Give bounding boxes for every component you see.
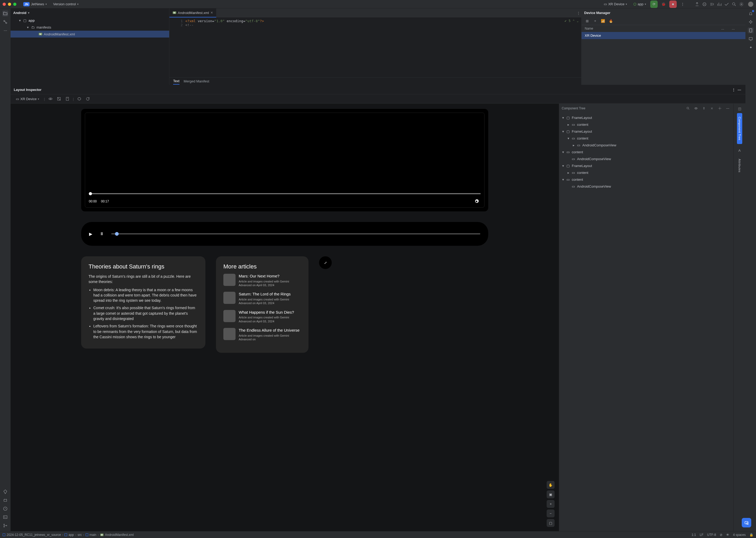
editor-tab-more-button[interactable]: ⋮ [575,10,581,16]
component-tree-row[interactable]: ▸▭content [559,169,733,176]
article-item[interactable]: What Happens if the Sun Dies?Article and… [223,310,301,323]
article-item[interactable]: Mars: Our Next Home?Article and images c… [223,274,301,287]
pan-mode-button[interactable]: ✋ [547,481,554,489]
ct-search-button[interactable] [685,105,691,111]
gemini-button[interactable] [748,19,754,25]
component-tree-row[interactable]: ▭AndroidComposeView [559,155,733,162]
status-encoding[interactable]: UTF-8 [707,533,716,537]
ct-settings-button[interactable] [717,105,723,111]
zoom-window-button[interactable] [13,3,16,6]
component-tree-row[interactable]: ▾▭content [559,135,733,142]
inspector-minimize-button[interactable]: — [736,87,742,92]
inspector-canvas[interactable]: 00:00 00:17 ▶ ⏸ [11,104,559,531]
profiler-button[interactable] [716,1,722,7]
inspector-3d-button[interactable] [76,96,82,102]
component-tree-row[interactable]: ▾▭content [559,148,733,155]
component-tree-row[interactable]: ▸▭content [559,121,733,128]
running-devices-button[interactable] [748,36,754,42]
device-manager-button[interactable] [748,27,754,33]
run-config-selector[interactable]: ⬡ app ▾ [631,1,648,7]
side-tab-component-tree[interactable]: Component Tree [737,113,742,144]
ct-minimize-button[interactable]: — [725,105,730,111]
status-line-sep[interactable]: LF [700,533,703,537]
article-item[interactable]: The Endless Allure of the UniverseArticl… [223,328,301,341]
status-indent[interactable]: 4 spaces [733,533,746,537]
zoom-in-button[interactable]: ＋ [547,500,554,508]
breadcrumb-item[interactable]: 2024-12-05_RC11_jetnews_xr_source [7,533,61,537]
ct-collapse-button[interactable]: ⤫ [709,105,715,111]
breadcrumbs[interactable]: 2024-12-05_RC11_jetnews_xr_source› app› … [3,533,134,537]
component-tree-row[interactable]: ▭AndroidComposeView [559,183,733,190]
inspector-options-button[interactable]: ⋮ [730,87,736,92]
inspector-export-button[interactable] [65,96,70,102]
article-item[interactable]: Saturn: The Lord of the RingsArticle and… [223,292,301,305]
pause-button[interactable]: ⏸ [100,232,104,236]
account-avatar[interactable] [748,2,753,7]
project-selector[interactable]: JN JetNews ▾ [21,1,49,7]
audio-seek-bar[interactable] [111,233,480,235]
ct-expand-button[interactable]: ⇕ [701,105,707,111]
inspector-live-button[interactable] [48,96,53,102]
minimize-window-button[interactable] [8,3,11,6]
terminal-tool-button[interactable] [2,514,8,520]
component-tree-row[interactable]: ▸▭AndroidComposeView [559,142,733,148]
device-row[interactable]: XR Device [582,32,745,39]
inspector-device-selector[interactable]: ▭ XR Device ▾ [14,96,41,102]
restart-button[interactable]: ⟳ [650,1,658,8]
device-add-button[interactable]: ＋ [592,18,598,24]
settings-button[interactable] [738,1,744,7]
problems-tool-button[interactable] [2,506,8,511]
debug-button[interactable]: 🐞 [660,1,667,8]
status-readonly-icon[interactable]: ⊘ [720,533,723,537]
close-icon[interactable]: ✕ [210,11,213,15]
zoom-out-button[interactable]: − [547,510,554,517]
sync-button[interactable] [709,1,715,7]
video-settings-button[interactable] [474,199,479,204]
vcs-tool-button[interactable] [2,523,8,528]
breadcrumb-item[interactable]: AndroidManifest.xml [105,533,134,537]
project-view-mode[interactable]: Android [13,11,27,15]
close-window-button[interactable] [3,3,6,6]
ask-gemini-fab[interactable] [742,518,751,527]
search-button[interactable] [731,1,737,7]
breadcrumb-item[interactable]: src [78,533,82,537]
video-seek-bar[interactable] [89,193,481,194]
tree-node-app[interactable]: ▾ ▢ app [11,17,169,24]
breadcrumb-item[interactable]: main [89,533,96,537]
chevron-up-icon[interactable]: ⌃ [573,19,575,23]
stop-button[interactable]: ■ [669,1,677,8]
status-caret-pos[interactable]: 1:1 [691,533,696,537]
device-wifi-button[interactable]: 📶 [600,18,606,24]
component-tree-row[interactable]: ▾▭content [559,176,733,183]
inspector-snapshot-button[interactable] [56,96,62,102]
inspector-refresh-button[interactable] [85,96,91,102]
project-tool-button[interactable] [2,11,8,16]
more-actions-button[interactable]: ⋮ [679,1,686,8]
device-firebase-button[interactable]: 🔥 [608,18,614,24]
run-target-selector[interactable]: ▭ XR Device ▾ [602,1,629,7]
editor-code[interactable]: <?xml version="1.0" encoding="utf-8"?> <… [185,18,581,78]
more-tools-button[interactable]: ⋯ [2,27,8,33]
ruby-tool-button[interactable] [2,489,8,495]
component-tree-row[interactable]: ▾▢FrameLayout [559,128,733,135]
component-tree-row[interactable]: ▾▢FrameLayout [559,114,733,121]
subtab-merged-manifest[interactable]: Merged Manifest [184,79,209,83]
code-with-me-button[interactable] [702,1,707,7]
logcat-tool-button[interactable] [2,497,8,503]
tree-node-manifests[interactable]: ▾ 🗀 manifests [11,24,169,31]
commit-tool-button[interactable] [2,19,8,25]
update-button[interactable] [694,1,700,7]
zoom-fit-button[interactable]: ▢ [547,519,554,527]
subtab-text[interactable]: Text [173,78,180,84]
breadcrumb-item[interactable]: app [69,533,74,537]
notifications-button[interactable] [748,11,754,16]
editor-tab[interactable]: M AndroidManifest.xml ✕ [169,9,216,18]
vcs-menu[interactable]: Version control ▾ [51,1,81,7]
app-quality-button[interactable] [724,1,729,7]
editor-inspection-widget[interactable]: ✔ 5 ⌃ ⌄ [565,19,579,23]
tree-node-manifest-file[interactable]: M AndroidManifest.xml [11,31,169,37]
seek-thumb[interactable] [89,192,92,195]
layer-mode-button[interactable]: ▣ [547,490,554,498]
device-pair-button[interactable]: ⊞ [584,18,590,24]
ct-filter-button[interactable] [693,105,699,111]
